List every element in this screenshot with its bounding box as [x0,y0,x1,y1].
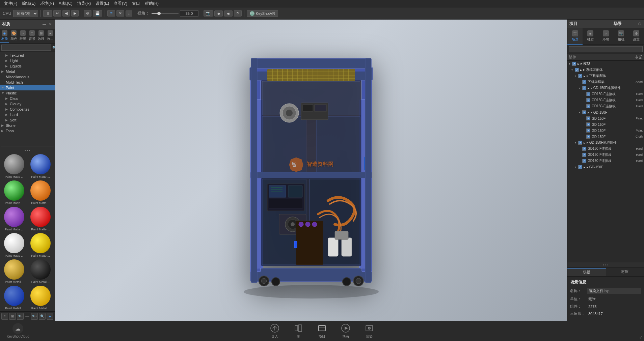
size-slider[interactable] [25,316,29,317]
mat-item-green[interactable]: Paint Matte ... [1,180,27,205]
menu-file[interactable]: 文件(F) [2,0,19,7]
check-system[interactable]: ✓ [575,68,579,72]
nav-home-button[interactable]: ↩ [53,10,61,17]
nav-forward-button[interactable]: ▶ [71,10,79,17]
check-gd150-foot[interactable]: ✓ [582,86,586,90]
mat-item-purple[interactable]: Paint Matte ... [1,206,27,232]
check-gd150f-2[interactable]: ✓ [586,122,590,126]
right-tab-material[interactable]: ◈ 材质 [583,28,598,45]
right-tab-env[interactable]: ○ 环境 [598,28,613,45]
scene-item-model[interactable]: ▾ ✓ ▸ ▸ 模型 [567,61,644,67]
tab-texture[interactable]: ⊞ 效理 [36,29,46,43]
check-conn6[interactable]: ✓ [582,159,586,163]
check-conn4[interactable]: ✓ [582,147,586,151]
nav-back-button[interactable]: ◀ [62,10,70,17]
tree-item-hard[interactable]: ▶ Hard [0,112,55,117]
scene-item-system[interactable]: ▾ ✓ ▸ ▸ 系统装配体 [567,67,644,73]
scene-item-gd150f-3[interactable]: ✓ GD-150F Paint [567,127,644,134]
scene-item-conn4[interactable]: ✓ GD150-F连接板 Hard [567,146,644,152]
zoom-out-icon[interactable]: 🔍- [17,313,24,320]
check-gd150f-4[interactable]: ✓ [586,135,590,139]
pause-button[interactable]: ⏸ [43,10,52,17]
tree-item-cloudy[interactable]: ▶ Cloudy [0,101,55,107]
menu-help[interactable]: 帮助(H) [143,0,161,7]
check-gd150f-group[interactable]: ✓ [582,110,586,114]
tree-item-soft[interactable]: ▶ Soft [0,117,55,123]
angle-slider[interactable] [152,13,179,14]
scene-item-gd150f-1[interactable]: ✓ GD-150F Paint [567,115,644,121]
tree-item-plastic[interactable]: ▼ Plastic [0,90,55,96]
bottom-animation-btn[interactable]: 动画 [341,323,351,339]
center-viewport[interactable]: 智 智造资料网 [55,20,567,321]
scene-item-gd150f-2[interactable]: ✓ GD-150F [567,121,644,127]
bottom-library-btn[interactable]: 库 [293,323,303,339]
menu-render[interactable]: 渲染(R) [75,0,93,7]
scene-item-gd150-foot2[interactable]: ▾ ✓ ▸ ▸ GD-150F地脚组件 [567,140,644,146]
tree-item-clear[interactable]: ▶ Clear [0,96,55,101]
right-tab-camera[interactable]: 📷 相机 [613,28,628,45]
right-tab-scene[interactable]: 🎬 场景 [567,28,583,45]
tab-background[interactable]: □ 背景 [27,29,36,43]
render-mode-1[interactable]: ⟳ [107,10,115,17]
scene-item-gd150f-last[interactable]: ▾ ✓ ▸ ▸ GD-150F - [567,164,644,170]
tree-item-textured[interactable]: ▶ Textured [0,53,55,58]
mat-item-metal-gold[interactable]: Paint Metall... [1,259,27,284]
check-lower-frame[interactable]: ✓ [578,74,582,78]
bottom-project-btn[interactable]: 项目 [317,323,327,339]
scene-tab-material[interactable]: 材质 [606,268,644,276]
bottom-render-btn[interactable]: 演染 [364,323,374,339]
check-gd150-conn3[interactable]: ✓ [586,104,590,108]
tree-item-liquids[interactable]: ▶ Liquids [0,63,55,69]
minimize-icon[interactable]: — [42,22,47,27]
zoom-in-icon[interactable]: 🔍+ [31,313,38,320]
scene-item-gd150f-4[interactable]: ✓ GD-150F Cloth [567,134,644,140]
menu-view[interactable]: 查看(V) [112,0,129,7]
grid-grid-toggle[interactable]: ⊞ [9,313,16,320]
scene-item-gd150-conn3[interactable]: ✓ GD150-F连接板 Hard [567,103,644,109]
screenshot-button[interactable]: 📷 [204,10,213,17]
check-gd150-foot2[interactable]: ✓ [578,141,582,145]
grid-list-toggle[interactable]: ≡ [1,313,8,320]
search-input[interactable] [1,45,51,51]
tree-item-composites[interactable]: ▶ Composites [0,107,55,112]
add-mat-btn[interactable]: + [47,313,53,320]
next-frame-button[interactable]: ⏭ [224,10,233,17]
right-tab-settings[interactable]: ⚙ 设置 [629,28,644,45]
menu-settings[interactable]: 设置(E) [93,0,111,7]
resize-icon[interactable]: ⤢ [639,335,643,340]
close-icon[interactable]: ✕ [48,22,53,27]
tree-item-paint[interactable]: ▼ Paint [0,85,55,90]
view-perspective-button[interactable]: ⊙ [84,10,91,17]
mat-item-orange[interactable]: Paint Matte ... [28,180,53,205]
tree-item-light[interactable]: ▶ Light [0,58,55,63]
tree-item-misc[interactable]: Miscellaneous [0,74,55,80]
scene-item-gd150-conn2[interactable]: ✓ GD150-F连接板 Hard [567,97,644,103]
right-panel-expand-icon[interactable]: ⬡ [637,22,642,26]
search-mat-btn[interactable]: 🔍 [39,313,46,320]
cpu-cores-select[interactable]: 所有4核 [13,10,38,17]
bottom-import-btn[interactable]: 导入 [270,323,280,339]
scene-tab-scene[interactable]: 场景 [567,268,606,276]
check-gd150f-3[interactable]: ✓ [586,129,590,133]
check-gd150f-last[interactable]: ✓ [578,165,582,169]
check-frame[interactable]: ✓ [582,80,586,84]
scene-item-frame[interactable]: ✓ 下机架框架 Anod [567,79,644,85]
menu-env[interactable]: 环境(N) [38,0,56,7]
check-gd150f-1[interactable]: ✓ [586,116,590,120]
scene-item-conn5[interactable]: ✓ GD150-F连接板 Hard [567,152,644,158]
menu-window[interactable]: 窗口 [130,0,142,7]
view-save-button[interactable]: 💾 [93,10,102,17]
mat-item-red[interactable]: Paint Matte ... [28,206,53,232]
menu-edit[interactable]: 编辑(E) [20,0,37,7]
check-model[interactable]: ✓ [572,62,576,66]
tree-item-moldtech[interactable]: Mold-Tech [0,80,55,85]
mat-item-white[interactable]: Paint Matte ... [1,232,27,258]
angle-input[interactable] [180,10,198,17]
render-mode-2[interactable]: ✕ [116,10,124,17]
menu-camera[interactable]: 相机(C) [57,0,75,7]
scene-item-gd150-foot[interactable]: ▾ ✓ ▸ ▸ GD-150F地脚组件 [567,85,644,91]
mat-item-metal-black[interactable]: Paint Metall... [28,259,53,284]
mat-item-blue[interactable]: Paint Matte ... [28,153,53,179]
keyshot-cloud-icon[interactable]: ☁ [12,323,23,334]
scene-item-conn6[interactable]: ✓ GD150-F连接板 Hard [567,158,644,164]
